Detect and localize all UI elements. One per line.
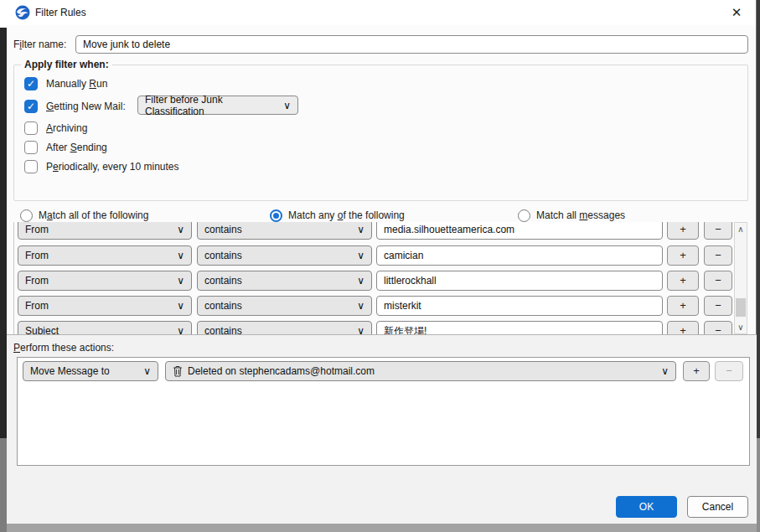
thunderbird-logo-icon	[15, 5, 30, 20]
condition-operator-select[interactable]: contains∨	[197, 222, 372, 240]
archiving-checkbox[interactable]	[24, 121, 38, 135]
window-title: Filter Rules	[35, 7, 86, 18]
condition-value-input[interactable]	[376, 296, 663, 316]
condition-operator-select[interactable]: contains∨	[197, 296, 372, 316]
after-sending-checkbox[interactable]	[24, 141, 38, 154]
apply-filter-when-legend: Apply filter when:	[21, 59, 112, 70]
screen: Filter Rules ✕ Filter name: Apply filter…	[0, 0, 760, 532]
action-type-select[interactable]: Move Message to ∨	[23, 361, 158, 381]
add-condition-button[interactable]: +	[667, 271, 699, 291]
radio-label: Match all of the following	[39, 209, 148, 221]
radio-match-all-following[interactable]: Match all of the following	[20, 208, 148, 223]
condition-row: Subject∨ contains∨ + −	[14, 321, 750, 334]
chevron-down-icon: ∨	[177, 224, 184, 235]
add-condition-button[interactable]: +	[667, 296, 699, 316]
filter-name-input[interactable]	[75, 35, 748, 54]
titlebar: Filter Rules ✕	[7, 0, 756, 25]
condition-field-select[interactable]: Subject∨	[18, 321, 192, 334]
condition-field-select[interactable]: From∨	[18, 271, 192, 291]
junk-classification-select[interactable]: Filter before Junk Classification ∨	[137, 96, 298, 115]
condition-field-select[interactable]: From∨	[18, 222, 192, 240]
radio-label: Match all messages	[536, 209, 625, 221]
chevron-down-icon: ∨	[177, 300, 184, 312]
cancel-button[interactable]: Cancel	[687, 496, 748, 518]
action-target-select[interactable]: Deleted on stephencadams@hotmail.com ∨	[165, 361, 676, 381]
remove-condition-button[interactable]: −	[704, 245, 732, 266]
filter-rules-dialog: Filter Rules ✕ Filter name: Apply filter…	[7, 0, 757, 524]
checkbox-row-manually-run[interactable]: ✓ Manually Run	[24, 76, 107, 91]
chevron-down-icon: ∨	[177, 250, 184, 261]
match-mode-radio-group: Match all of the following Match any of …	[7, 208, 757, 223]
close-icon[interactable]: ✕	[727, 4, 746, 21]
getting-new-mail-label: Getting New Mail:	[46, 101, 126, 112]
add-action-button[interactable]: +	[683, 361, 710, 381]
scroll-down-icon[interactable]: ∨	[735, 321, 747, 333]
checkbox-row-periodically[interactable]: Periodically, every 10 minutes	[24, 159, 179, 174]
chevron-down-icon: ∨	[357, 300, 364, 312]
chevron-down-icon: ∨	[357, 224, 364, 235]
condition-value-input[interactable]	[376, 245, 663, 266]
condition-row: From∨ contains∨ + −	[14, 222, 750, 240]
radio-icon[interactable]	[270, 209, 282, 222]
scroll-up-icon[interactable]: ∧	[735, 223, 747, 235]
chevron-down-icon: ∨	[357, 275, 364, 287]
chevron-down-icon: ∨	[357, 250, 364, 261]
scrollbar-thumb[interactable]	[736, 298, 746, 317]
condition-value-input[interactable]	[376, 321, 663, 334]
apply-filter-when-group: Apply filter when: ✓ Manually Run ✓ Gett…	[13, 65, 748, 201]
actions-section: Perform these actions: Move Message to ∨	[7, 334, 757, 524]
condition-value-input[interactable]	[376, 222, 663, 240]
checkbox-row-getting-new-mail[interactable]: ✓ Getting New Mail:	[24, 99, 126, 114]
manually-run-label: Manually Run	[46, 78, 107, 90]
background-window-right-strip	[757, 0, 760, 532]
condition-row: From∨ contains∨ + −	[14, 245, 750, 266]
add-condition-button[interactable]: +	[667, 245, 699, 266]
chevron-down-icon: ∨	[143, 365, 151, 377]
junk-classification-value: Filter before Junk Classification	[145, 94, 278, 117]
ok-button[interactable]: OK	[616, 496, 677, 518]
conditions-list: From∨ contains∨ + − From∨ contains∨ + − …	[13, 222, 750, 334]
condition-operator-select[interactable]: contains∨	[197, 321, 372, 334]
add-condition-button[interactable]: +	[667, 222, 699, 240]
filter-name-label: Filter name:	[13, 39, 66, 50]
background-window-bottom-strip	[7, 524, 757, 532]
chevron-down-icon: ∨	[661, 365, 669, 377]
periodically-checkbox[interactable]	[24, 160, 38, 173]
condition-row: From∨ contains∨ + −	[14, 271, 750, 291]
checkbox-row-archiving[interactable]: Archiving	[24, 121, 87, 136]
check-icon: ✓	[27, 100, 35, 113]
periodically-label: Periodically, every 10 minutes	[46, 161, 179, 173]
conditions-scrollbar[interactable]: ∧ ∨	[734, 222, 747, 334]
radio-match-all-messages[interactable]: Match all messages	[518, 208, 625, 223]
remove-action-button-disabled: −	[715, 361, 743, 381]
check-icon: ✓	[27, 77, 35, 90]
archiving-label: Archiving	[46, 122, 87, 134]
remove-condition-button[interactable]: −	[704, 321, 732, 334]
chevron-down-icon: ∨	[177, 275, 184, 287]
radio-icon[interactable]	[518, 209, 530, 222]
chevron-down-icon: ∨	[283, 100, 291, 111]
condition-row: From∨ contains∨ + −	[14, 296, 750, 316]
background-window-left-strip	[0, 0, 7, 532]
getting-new-mail-checkbox[interactable]: ✓	[24, 100, 38, 113]
actions-list: Move Message to ∨ Deleted on stephencada…	[17, 357, 750, 466]
remove-condition-button[interactable]: −	[704, 222, 732, 240]
condition-value-input[interactable]	[376, 271, 663, 291]
manually-run-checkbox[interactable]: ✓	[24, 77, 38, 90]
action-row: Move Message to ∨ Deleted on stephencada…	[22, 361, 747, 381]
checkbox-row-after-sending[interactable]: After Sending	[24, 140, 107, 155]
condition-field-select[interactable]: From∨	[18, 296, 192, 316]
trash-icon	[173, 365, 183, 377]
remove-condition-button[interactable]: −	[704, 271, 732, 291]
condition-operator-select[interactable]: contains∨	[197, 271, 372, 291]
radio-match-any-following[interactable]: Match any of the following	[270, 208, 405, 223]
add-condition-button[interactable]: +	[667, 321, 699, 334]
after-sending-label: After Sending	[46, 142, 107, 153]
condition-operator-select[interactable]: contains∨	[197, 245, 372, 266]
radio-icon[interactable]	[20, 209, 33, 222]
perform-actions-label: Perform these actions:	[13, 342, 114, 354]
remove-condition-button[interactable]: −	[704, 296, 732, 316]
condition-field-select[interactable]: From∨	[18, 245, 192, 266]
chevron-down-icon: ∨	[177, 325, 184, 334]
radio-label: Match any of the following	[288, 209, 405, 221]
